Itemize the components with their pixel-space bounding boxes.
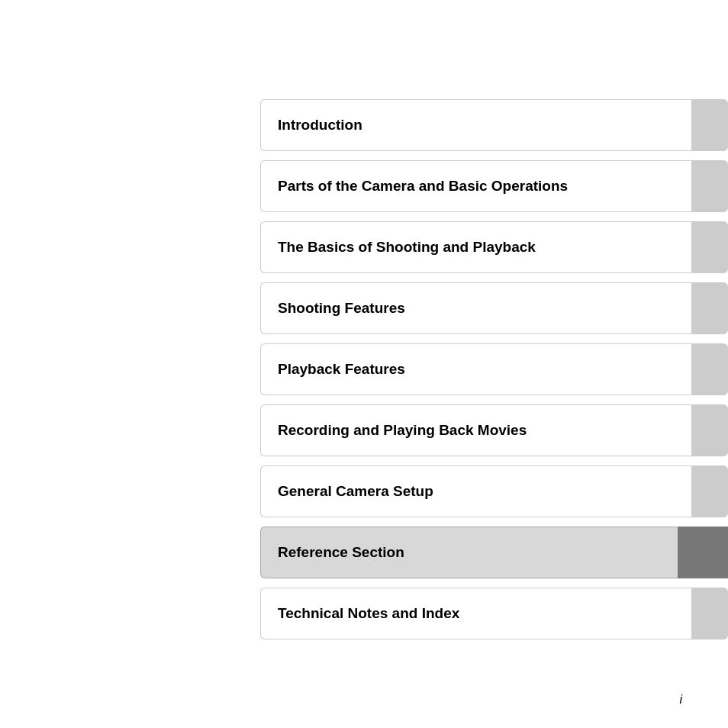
menu-item-label-general-setup: General Camera Setup — [278, 483, 433, 500]
menu-item-label-playback-features: Playback Features — [278, 361, 405, 378]
menu-item-label-recording-movies: Recording and Playing Back Movies — [278, 422, 527, 439]
menu-item-parts-camera[interactable]: Parts of the Camera and Basic Operations — [260, 160, 728, 212]
menu-item-main-introduction: Introduction — [260, 99, 691, 151]
menu-item-tab-reference-section — [678, 527, 728, 578]
menu-item-label-introduction: Introduction — [278, 117, 362, 134]
menu-item-label-basics-shooting: The Basics of Shooting and Playback — [278, 239, 536, 256]
menu-item-main-basics-shooting: The Basics of Shooting and Playback — [260, 221, 691, 273]
menu-item-technical-notes[interactable]: Technical Notes and Index — [260, 588, 728, 639]
menu-item-introduction[interactable]: Introduction — [260, 99, 728, 151]
menu-item-main-shooting-features: Shooting Features — [260, 282, 691, 334]
menu-item-main-parts-camera: Parts of the Camera and Basic Operations — [260, 160, 691, 212]
menu-item-main-recording-movies: Recording and Playing Back Movies — [260, 404, 691, 456]
menu-item-tab-basics-shooting — [691, 221, 728, 273]
page-number: i — [679, 693, 682, 707]
menu-item-tab-shooting-features — [691, 282, 728, 334]
menu-item-shooting-features[interactable]: Shooting Features — [260, 282, 728, 334]
menu-item-main-technical-notes: Technical Notes and Index — [260, 588, 691, 639]
menu-item-tab-recording-movies — [691, 404, 728, 456]
menu-list: Introduction Parts of the Camera and Bas… — [260, 99, 728, 649]
page-container: Introduction Parts of the Camera and Bas… — [0, 0, 728, 728]
menu-item-tab-playback-features — [691, 343, 728, 395]
menu-item-general-setup[interactable]: General Camera Setup — [260, 465, 728, 517]
menu-item-playback-features[interactable]: Playback Features — [260, 343, 728, 395]
menu-item-recording-movies[interactable]: Recording and Playing Back Movies — [260, 404, 728, 456]
menu-item-label-technical-notes: Technical Notes and Index — [278, 605, 459, 622]
menu-item-tab-introduction — [691, 99, 728, 151]
menu-item-tab-technical-notes — [691, 588, 728, 639]
menu-item-reference-section[interactable]: Reference Section — [260, 527, 728, 578]
menu-item-label-parts-camera: Parts of the Camera and Basic Operations — [278, 178, 568, 195]
menu-item-label-shooting-features: Shooting Features — [278, 300, 405, 317]
menu-item-tab-general-setup — [691, 465, 728, 517]
menu-item-main-playback-features: Playback Features — [260, 343, 691, 395]
menu-item-main-reference-section: Reference Section — [260, 527, 678, 578]
menu-item-label-reference-section: Reference Section — [278, 544, 404, 561]
menu-item-tab-parts-camera — [691, 160, 728, 212]
menu-item-main-general-setup: General Camera Setup — [260, 465, 691, 517]
menu-item-basics-shooting[interactable]: The Basics of Shooting and Playback — [260, 221, 728, 273]
